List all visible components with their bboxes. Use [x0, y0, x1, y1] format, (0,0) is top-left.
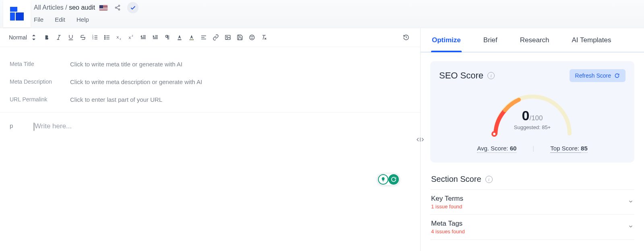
seo-score-card: SEO Score i Refresh Score	[430, 61, 634, 163]
svg-text:X: X	[116, 35, 119, 39]
underline-icon[interactable]	[66, 32, 76, 43]
unordered-list-icon[interactable]	[102, 32, 112, 43]
editor-toolbar: Normal 123 X2 X2	[0, 28, 420, 47]
block-tag-indicator: p	[10, 122, 22, 241]
gauge-indicator-icon	[491, 131, 497, 137]
svg-text:2: 2	[132, 35, 133, 37]
image-icon[interactable]	[223, 32, 233, 43]
grammarly-icon	[388, 174, 399, 185]
refresh-score-button[interactable]: Refresh Score	[570, 69, 625, 82]
section-row-key-terms[interactable]: Key Terms 1 issue found	[430, 189, 634, 214]
section-row-meta-tags[interactable]: Meta Tags 4 issues found	[430, 214, 634, 240]
seo-score-title: SEO Score	[439, 70, 483, 81]
writing-assistant-badge[interactable]	[377, 173, 400, 186]
tab-research[interactable]: Research	[520, 28, 549, 52]
svg-point-39	[227, 36, 228, 37]
breadcrumb: All Articles / seo audit	[34, 4, 95, 11]
avg-score: Avg. Score: 60	[477, 145, 516, 153]
lightbulb-icon	[378, 174, 388, 185]
editor-body[interactable]: Write here...	[34, 122, 72, 241]
meta-description-label: Meta Description	[10, 78, 70, 85]
emoji-icon[interactable]	[247, 32, 257, 43]
chevron-down-icon	[628, 199, 634, 206]
menu-help[interactable]: Help	[76, 16, 89, 23]
side-panel: Optimize Brief Research AI Templates SEO…	[421, 28, 644, 251]
tab-brief[interactable]: Brief	[483, 28, 497, 52]
seo-score-value: 0	[522, 108, 529, 123]
score-gauge: 0/100 Suggested: 85+ Avg. Score: 60 | To…	[439, 89, 625, 153]
menu-edit[interactable]: Edit	[55, 16, 65, 23]
info-icon[interactable]: i	[487, 72, 495, 79]
ordered-list-icon[interactable]: 123	[90, 32, 100, 43]
save-icon[interactable]	[235, 32, 245, 43]
section-score-title: Section Score	[431, 175, 481, 184]
svg-rect-34	[190, 39, 193, 40]
svg-point-19	[105, 37, 105, 38]
svg-point-41	[251, 36, 251, 37]
align-icon[interactable]	[198, 32, 209, 43]
svg-point-42	[252, 36, 253, 37]
meta-title-input[interactable]: Click to write meta title or generate wi…	[70, 61, 182, 68]
text-direction-icon[interactable]	[162, 32, 173, 43]
italic-icon[interactable]	[54, 32, 64, 43]
tab-ai-templates[interactable]: AI Templates	[572, 28, 611, 52]
outdent-icon[interactable]	[138, 32, 149, 43]
tab-optimize[interactable]: Optimize	[432, 28, 461, 52]
history-icon[interactable]	[401, 32, 411, 43]
status-check-icon[interactable]	[127, 2, 138, 13]
info-icon[interactable]: i	[485, 176, 493, 183]
strikethrough-icon[interactable]	[78, 32, 88, 43]
text-caret	[34, 123, 34, 131]
svg-point-40	[250, 35, 254, 40]
seo-score-max: /100	[529, 114, 543, 122]
meta-description-input[interactable]: Click to write meta description or gener…	[70, 78, 202, 85]
url-permalink-input[interactable]: Click to enter last part of your URL	[70, 96, 162, 103]
svg-text:3: 3	[92, 38, 93, 40]
seo-score-suggested: Suggested: 85+	[488, 124, 577, 130]
svg-point-3	[118, 5, 120, 6]
svg-line-8	[58, 35, 60, 40]
text-color-icon[interactable]	[174, 32, 185, 43]
svg-point-4	[115, 7, 116, 8]
chevron-down-icon	[628, 224, 634, 231]
svg-text:2: 2	[120, 38, 121, 40]
editor-pane: Normal 123 X2 X2	[0, 28, 421, 251]
top-bar: All Articles / seo audit File Edit Help	[0, 0, 644, 28]
breadcrumb-current[interactable]: seo audit	[69, 4, 95, 11]
subscript-icon[interactable]: X2	[114, 32, 124, 43]
svg-point-5	[118, 9, 120, 10]
menu-file[interactable]: File	[34, 16, 43, 23]
svg-text:X: X	[128, 36, 131, 40]
svg-point-20	[105, 39, 105, 39]
bold-icon[interactable]	[41, 32, 52, 43]
superscript-icon[interactable]: X2	[126, 32, 136, 43]
side-tabs: Optimize Brief Research AI Templates	[421, 28, 644, 52]
locale-flag-us[interactable]	[99, 5, 108, 11]
svg-rect-33	[178, 39, 181, 40]
clear-format-icon[interactable]	[259, 32, 269, 43]
svg-rect-2	[16, 12, 24, 21]
paragraph-style-picker[interactable]: Normal	[9, 34, 36, 41]
app-logo[interactable]	[3, 0, 31, 27]
top-score: Top Score: 85	[550, 145, 588, 153]
meta-fields: Meta Title Click to write meta title or …	[0, 47, 420, 113]
breadcrumb-root[interactable]: All Articles	[34, 4, 64, 11]
link-icon[interactable]	[211, 32, 221, 43]
indent-icon[interactable]	[150, 32, 161, 43]
svg-rect-0	[10, 7, 17, 12]
svg-rect-1	[10, 12, 15, 21]
meta-title-label: Meta Title	[10, 61, 70, 67]
menu-bar: File Edit Help	[34, 14, 644, 23]
share-icon[interactable]	[112, 2, 123, 13]
pane-resize-handle[interactable]	[415, 135, 425, 144]
highlight-icon[interactable]	[186, 32, 197, 43]
svg-point-18	[105, 35, 105, 36]
url-permalink-label: URL Permalink	[10, 96, 70, 103]
